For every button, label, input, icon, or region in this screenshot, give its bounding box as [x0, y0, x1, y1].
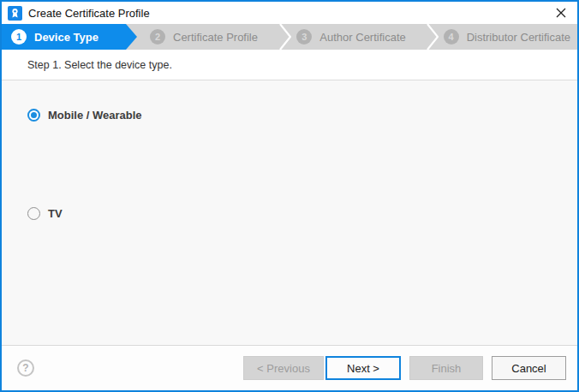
step-description-text: Step 1. Select the device type. [27, 59, 172, 71]
radio-option-tv[interactable]: TV [27, 207, 577, 220]
radio-selected-icon[interactable] [27, 109, 40, 122]
radio-option-mobile-wearable[interactable]: Mobile / Wearable [27, 109, 577, 122]
chevron-separator-icon [427, 24, 439, 50]
device-type-radio-group: Mobile / Wearable TV [2, 80, 577, 345]
step-3-label: Author Certificate [319, 31, 405, 44]
step-1-device-type: 1 Device Type [2, 24, 137, 50]
step-3-number: 3 [296, 29, 312, 45]
close-button[interactable] [545, 2, 577, 24]
cancel-button[interactable]: Cancel [492, 356, 566, 380]
dialog-button-bar: ? < Previous Next > Finish Cancel [2, 345, 577, 390]
close-icon [556, 8, 566, 18]
step-4-distributor-certificate: 4 Distributor Certificate [431, 24, 577, 50]
help-icon[interactable]: ? [17, 359, 34, 377]
certificate-badge-icon [8, 6, 22, 21]
wizard-step-bar: 1 Device Type 2 Certificate Profile 3 Au… [2, 24, 577, 50]
step-description: Step 1. Select the device type. [2, 50, 577, 80]
step-1-label: Device Type [34, 31, 98, 44]
radio-unselected-icon[interactable] [27, 207, 40, 220]
window-title: Create Certificate Profile [28, 7, 150, 20]
title-bar: Create Certificate Profile [2, 2, 577, 24]
step-2-number: 2 [150, 29, 165, 45]
step-2-certificate-profile: 2 Certificate Profile [137, 24, 284, 50]
previous-button: < Previous [243, 356, 324, 380]
chevron-separator-icon [279, 24, 291, 50]
radio-label-mobile-wearable: Mobile / Wearable [48, 109, 142, 122]
finish-button: Finish [409, 356, 483, 380]
next-button[interactable]: Next > [325, 356, 401, 380]
step-3-author-certificate: 3 Author Certificate [284, 24, 430, 50]
create-certificate-profile-dialog: Create Certificate Profile 1 Device Type… [0, 0, 579, 392]
step-4-label: Distributor Certificate [467, 31, 570, 44]
radio-label-tv: TV [48, 207, 63, 220]
step-2-label: Certificate Profile [173, 31, 258, 44]
step-4-number: 4 [444, 29, 459, 45]
step-1-number: 1 [11, 29, 27, 45]
